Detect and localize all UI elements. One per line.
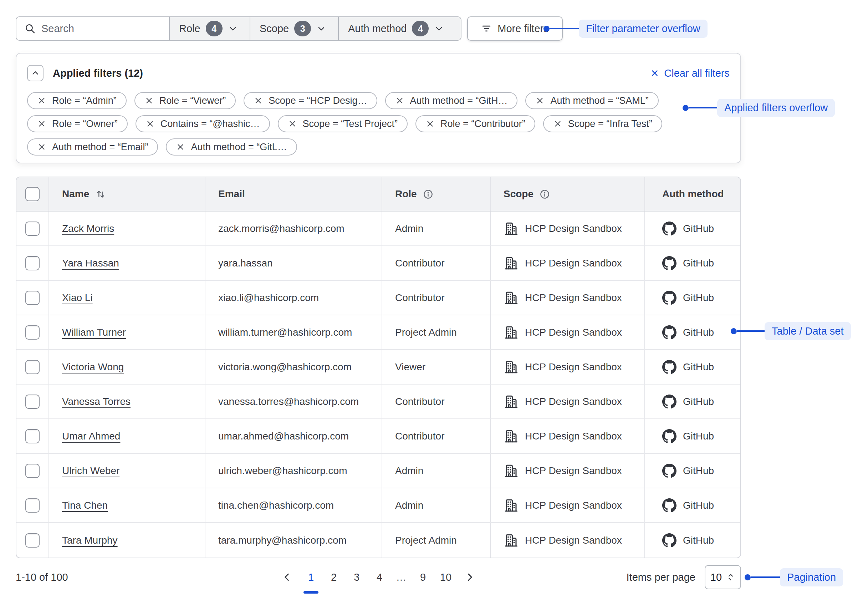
user-name-link[interactable]: William Turner	[62, 327, 126, 338]
row-checkbox[interactable]	[25, 256, 40, 270]
dismiss-icon[interactable]	[176, 142, 185, 152]
user-name-link[interactable]: Tara Murphy	[62, 535, 118, 546]
user-name-link[interactable]: Victoria Wong	[62, 361, 124, 373]
role-value: Contributor	[395, 396, 445, 407]
row-checkbox-cell	[16, 385, 49, 419]
row-checkbox[interactable]	[25, 498, 40, 513]
row-checkbox[interactable]	[25, 464, 40, 478]
annotation-applied-overflow: Applied filters overflow	[682, 98, 835, 117]
page-button-1[interactable]: 1	[303, 566, 319, 589]
filter-chip[interactable]: Role = “Admin”	[27, 92, 127, 109]
role-filter-count-badge: 4	[206, 21, 223, 36]
role-cell: Project Admin	[382, 523, 491, 558]
row-checkbox[interactable]	[25, 429, 40, 444]
row-checkbox[interactable]	[25, 325, 40, 340]
dismiss-icon[interactable]	[535, 96, 544, 105]
scope-cell: HCP Design Sandbox	[491, 281, 645, 315]
results-range: 1-10 of 100	[16, 564, 68, 590]
email-cell: william.turner@hashicorp.com	[205, 315, 382, 349]
auth-method-value: GitHub	[683, 327, 714, 338]
dismiss-icon[interactable]	[254, 96, 263, 105]
user-name-link[interactable]: Tina Chen	[62, 500, 108, 511]
filter-chip[interactable]: Contains = “@hashic…	[135, 115, 270, 132]
clear-all-filters-button[interactable]: Clear all filters	[650, 67, 730, 79]
role-value: Admin	[395, 465, 423, 476]
table-row: Vanessa Torresvanessa.torres@hashicorp.c…	[16, 385, 740, 419]
dismiss-icon[interactable]	[425, 119, 435, 129]
scope-cell: HCP Design Sandbox	[491, 246, 645, 280]
dismiss-icon[interactable]	[37, 96, 46, 105]
chip-row: Auth method = “Email”Auth method = “GitL…	[27, 138, 662, 155]
email-cell: umar.ahmed@hashicorp.com	[205, 419, 382, 453]
filter-chip[interactable]: Auth method = “GitL…	[166, 138, 297, 155]
filter-chip[interactable]: Auth method = “Email”	[27, 138, 158, 155]
scope-filter-dropdown[interactable]: Scope 3	[250, 17, 338, 40]
page-button-10[interactable]: 10	[437, 566, 454, 589]
page-button-4[interactable]: 4	[371, 566, 388, 589]
filter-chip-label: Role = “Contributor”	[440, 118, 525, 129]
annotation-label: Applied filters overflow	[717, 99, 835, 117]
email-value: tina.chen@hashicorp.com	[218, 500, 334, 511]
github-icon	[662, 291, 676, 305]
role-filter-dropdown[interactable]: Role 4	[169, 17, 250, 40]
column-header-scope: Scope	[491, 177, 645, 211]
column-header-role: Role	[382, 177, 491, 211]
filter-chip[interactable]: Role = “Contributor”	[415, 115, 535, 132]
filter-chip[interactable]: Scope = “Infra Test”	[543, 115, 662, 132]
search-input[interactable]	[41, 23, 161, 35]
table-row: Victoria Wongvictoria.wong@hashicorp.com…	[16, 350, 740, 385]
filter-chip[interactable]: Scope = “HCP Desig…	[243, 92, 377, 109]
row-checkbox[interactable]	[25, 222, 40, 236]
row-checkbox[interactable]	[25, 360, 40, 374]
user-name-link[interactable]: Umar Ahmed	[62, 431, 120, 442]
row-checkbox[interactable]	[25, 394, 40, 409]
dismiss-icon[interactable]	[144, 96, 154, 105]
prev-page-button[interactable]	[278, 571, 296, 583]
scope-value: HCP Design Sandbox	[525, 396, 622, 407]
auth-method-filter-dropdown[interactable]: Auth method 4	[338, 17, 461, 40]
collapse-applied-filters-button[interactable]	[27, 65, 43, 81]
filter-chip[interactable]: Auth method = “SAML”	[525, 92, 658, 109]
email-cell: zack.morris@hashicorp.com	[205, 211, 382, 245]
scope-value: HCP Design Sandbox	[525, 327, 622, 338]
search-input-wrap	[16, 17, 169, 40]
filter-chip[interactable]: Role = “Owner”	[27, 115, 128, 132]
org-icon	[504, 325, 519, 340]
page-button-3[interactable]: 3	[349, 566, 365, 589]
close-icon	[650, 68, 659, 78]
annotation-dot	[745, 574, 751, 580]
user-name-link[interactable]: Xiao Li	[62, 292, 93, 304]
filter-chip[interactable]: Auth method = “GitH…	[385, 92, 518, 109]
dismiss-icon[interactable]	[37, 142, 46, 152]
info-icon[interactable]	[539, 189, 550, 200]
filter-chip[interactable]: Scope = “Test Project”	[278, 115, 408, 132]
applied-filters-title: Applied filters (12)	[53, 67, 143, 79]
row-checkbox[interactable]	[25, 291, 40, 305]
applied-filters-panel: Applied filters (12) Clear all filters R…	[16, 53, 741, 163]
select-all-checkbox[interactable]	[25, 187, 40, 201]
dismiss-icon[interactable]	[395, 96, 405, 105]
dismiss-icon[interactable]	[146, 119, 155, 129]
dismiss-icon[interactable]	[288, 119, 297, 129]
user-name-link[interactable]: Ulrich Weber	[62, 465, 119, 476]
more-filters-label: More filters	[498, 23, 549, 35]
dismiss-icon[interactable]	[37, 119, 46, 129]
role-value: Project Admin	[395, 535, 457, 546]
user-name-link[interactable]: Vanessa Torres	[62, 396, 130, 407]
user-name-link[interactable]: Yara Hassan	[62, 258, 119, 269]
sort-icon[interactable]	[95, 188, 106, 200]
row-checkbox[interactable]	[25, 533, 40, 548]
info-icon[interactable]	[423, 189, 434, 200]
next-page-button[interactable]	[460, 571, 479, 583]
dismiss-icon[interactable]	[553, 119, 563, 129]
user-name-link[interactable]: Zack Morris	[62, 223, 114, 234]
page-button-2[interactable]: 2	[326, 566, 342, 589]
items-per-page-select[interactable]: 10	[705, 565, 741, 589]
chevron-up-icon	[31, 68, 40, 78]
column-header-name[interactable]: Name	[49, 177, 205, 211]
filter-chip[interactable]: Role = “Viewer”	[135, 92, 236, 109]
chip-row: Role = “Admin”Role = “Viewer”Scope = “HC…	[27, 92, 662, 109]
org-icon	[504, 429, 519, 444]
page-button-9[interactable]: 9	[415, 566, 431, 589]
table-row: Umar Ahmedumar.ahmed@hashicorp.comContri…	[16, 419, 740, 454]
